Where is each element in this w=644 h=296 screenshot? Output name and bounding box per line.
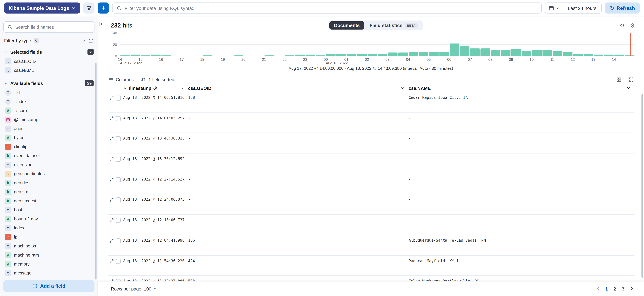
histogram-bar[interactable]	[161, 33, 172, 56]
histogram-bar[interactable]	[460, 33, 470, 56]
histogram-bar[interactable]	[336, 33, 346, 56]
histogram-bar[interactable]	[223, 33, 233, 56]
histogram-bar[interactable]	[367, 33, 377, 56]
histogram-bar[interactable]	[151, 33, 161, 56]
selected-fields-header[interactable]: Selected fields 2	[3, 49, 94, 55]
field-item-index[interactable]: tindex	[3, 223, 94, 232]
field-item-bytes[interactable]: #bytes	[3, 133, 94, 142]
page-button-3[interactable]: 3	[619, 284, 627, 293]
tab-documents[interactable]: Documents	[330, 21, 364, 29]
histogram-bar[interactable]	[295, 33, 305, 56]
histogram-bar[interactable]	[552, 33, 562, 56]
rows-per-page-button[interactable]: Rows per page: 100	[111, 286, 157, 291]
chart-settings-button[interactable]: ⚙	[630, 23, 635, 28]
saved-query-menu-button[interactable]	[84, 2, 95, 14]
field-item-host[interactable]: thost	[3, 205, 94, 214]
histogram-bar[interactable]	[212, 33, 223, 56]
select-row-checkbox[interactable]	[116, 279, 121, 281]
table-scrollbar[interactable]	[642, 94, 643, 278]
histogram-bar[interactable]	[172, 33, 182, 56]
expand-row-button[interactable]	[109, 157, 114, 161]
field-item-geo.coordinates[interactable]: ●geo.coordinates	[3, 169, 94, 178]
field-item-extension[interactable]: textension	[3, 160, 94, 169]
histogram-bar[interactable]	[511, 33, 521, 56]
filter-by-type-control[interactable]: Filter by type 0	[4, 38, 94, 43]
kql-input[interactable]	[124, 5, 537, 10]
histogram-bar[interactable]	[182, 33, 192, 56]
select-row-checkbox[interactable]	[116, 136, 121, 141]
previous-page-button[interactable]	[594, 284, 602, 293]
expand-row-button[interactable]	[109, 116, 114, 120]
field-item-csa.NAME[interactable]: tcsa.NAME	[3, 66, 94, 75]
field-item-_id[interactable]: ?_id	[3, 88, 94, 97]
field-item-ip[interactable]: IPip	[3, 232, 94, 241]
field-item-geo.dest[interactable]: kgeo.dest	[3, 178, 94, 187]
field-item-machine.ram[interactable]: #machine.ram	[3, 250, 94, 259]
field-item-agent[interactable]: tagent	[3, 124, 94, 133]
next-page-button[interactable]	[628, 284, 636, 293]
expand-row-button[interactable]	[109, 259, 114, 263]
info-icon[interactable]	[88, 38, 94, 43]
histogram-bar[interactable]	[284, 33, 295, 56]
histogram-bar[interactable]	[501, 33, 511, 56]
field-item-message[interactable]: tmessage	[3, 268, 94, 277]
histogram-bar[interactable]	[429, 33, 439, 56]
columns-button[interactable]: Columns	[108, 77, 134, 82]
column-header-csa.NAME[interactable]: csa.NAME	[409, 84, 634, 92]
refresh-button[interactable]: ↻ Refresh	[605, 2, 640, 14]
histogram-bar[interactable]	[439, 33, 449, 56]
field-item-hour_of_day[interactable]: #hour_of_day	[3, 214, 94, 223]
field-item-memory[interactable]: #memory	[3, 259, 94, 268]
field-search-input[interactable]	[15, 25, 90, 29]
column-header-timestamp[interactable]: ↓timestamp	[123, 84, 188, 92]
select-row-checkbox[interactable]	[116, 198, 121, 203]
select-row-checkbox[interactable]	[116, 157, 121, 162]
select-row-checkbox[interactable]	[116, 238, 121, 243]
histogram-bar[interactable]	[316, 33, 326, 56]
histogram-bar[interactable]	[120, 33, 130, 56]
field-item-clientip[interactable]: IPclientip	[3, 142, 94, 151]
histogram-bar[interactable]	[244, 33, 254, 56]
chart-options-button[interactable]: ↻	[620, 23, 624, 28]
histogram-bar[interactable]	[449, 33, 460, 56]
expand-row-button[interactable]	[109, 238, 114, 243]
field-item-geo.src[interactable]: kgeo.src	[3, 187, 94, 196]
select-row-checkbox[interactable]	[116, 177, 121, 182]
add-field-button[interactable]: Add a field	[3, 280, 94, 292]
field-item-_index[interactable]: ?_index	[3, 97, 94, 106]
field-item-event.dataset[interactable]: kevent.dataset	[3, 151, 94, 160]
histogram-bar[interactable]	[377, 33, 388, 56]
histogram-bar[interactable]	[254, 33, 264, 56]
expand-row-button[interactable]	[109, 96, 114, 100]
histogram-bar[interactable]	[274, 33, 284, 56]
histogram-bar[interactable]	[346, 33, 356, 56]
expand-row-button[interactable]	[109, 198, 114, 202]
select-row-checkbox[interactable]	[116, 218, 121, 223]
histogram-bar[interactable]	[470, 33, 480, 56]
histogram-bar[interactable]	[480, 33, 490, 56]
histogram-bar[interactable]	[573, 33, 583, 56]
histogram-bar[interactable]	[418, 33, 428, 56]
histogram-bar[interactable]	[624, 33, 634, 56]
histogram-bar[interactable]	[233, 33, 244, 56]
sort-fields-button[interactable]: 1 field sorted	[141, 77, 174, 82]
histogram-bar[interactable]	[140, 33, 151, 56]
histogram-bar[interactable]	[130, 33, 140, 56]
sidebar-scrollbar[interactable]	[95, 63, 96, 280]
select-row-checkbox[interactable]	[116, 116, 121, 121]
field-item-_score[interactable]: #_score	[3, 106, 94, 115]
display-options-button[interactable]	[616, 77, 621, 82]
histogram-bar[interactable]	[192, 33, 202, 56]
field-item-geo.srcdest[interactable]: kgeo.srcdest	[3, 196, 94, 205]
date-picker-menu-button[interactable]	[545, 3, 562, 13]
histogram-bar[interactable]	[521, 33, 532, 56]
field-item-csa.GEOID[interactable]: tcsa.GEOID	[3, 56, 94, 65]
data-view-picker-button[interactable]: Kibana Sample Data Logs	[4, 2, 80, 14]
histogram-bar[interactable]	[614, 33, 624, 56]
histogram-bar[interactable]	[326, 33, 336, 56]
field-item-@timestamp[interactable]: @timestamp	[3, 115, 94, 124]
select-row-checkbox[interactable]	[116, 259, 121, 264]
histogram-bar[interactable]	[532, 33, 542, 56]
time-range-button[interactable]: Last 24 hours	[563, 3, 602, 13]
histogram-bar[interactable]	[562, 33, 573, 56]
